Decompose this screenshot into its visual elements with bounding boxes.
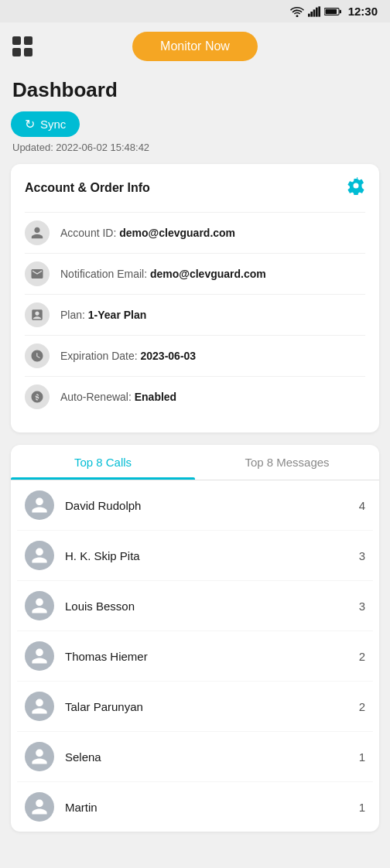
svg-rect-3	[316, 7, 318, 16]
svg-rect-4	[318, 6, 320, 16]
header: Monitor Now	[0, 22, 390, 70]
grid-icon[interactable]	[12, 36, 32, 56]
main-content: Dashboard ↻ Sync Updated: 2022-06-02 15:…	[0, 78, 390, 832]
avatar	[25, 742, 54, 771]
person-icon	[25, 220, 50, 245]
avatar	[25, 792, 54, 822]
avatar	[25, 641, 54, 671]
list-item: Thomas Hiemer 2	[17, 631, 373, 682]
call-name: Louis Besson	[65, 600, 348, 613]
call-name: David Rudolph	[65, 499, 348, 512]
account-id-text: Account ID: demo@clevguard.com	[60, 227, 235, 239]
list-item: H. K. Skip Pita 3	[17, 531, 373, 581]
tab-top8-calls[interactable]: Top 8 Calls	[11, 445, 195, 480]
expiration-date-row: Expiration Date: 2023-06-03	[25, 335, 365, 376]
sync-button[interactable]: ↻ Sync	[11, 111, 80, 137]
notification-email-row: Notification Email: demo@clevguard.com	[25, 253, 365, 294]
wifi-icon	[290, 6, 304, 17]
auto-renewal-text: Auto-Renewal: Enabled	[60, 391, 176, 403]
account-card: Account & Order Info Account ID: demo@cl…	[11, 164, 379, 432]
call-count: 4	[359, 499, 365, 512]
tab-top8-messages[interactable]: Top 8 Messages	[195, 445, 379, 480]
account-id-row: Account ID: demo@clevguard.com	[25, 212, 365, 253]
battery-icon	[324, 7, 341, 16]
tabs-header: Top 8 Calls Top 8 Messages	[11, 445, 379, 480]
svg-rect-1	[310, 12, 313, 17]
call-name: Thomas Hiemer	[65, 650, 348, 663]
svg-rect-2	[313, 9, 315, 16]
call-count: 1	[359, 750, 365, 764]
svg-rect-7	[339, 9, 340, 12]
account-card-header: Account & Order Info	[25, 176, 365, 200]
plan-row: Plan: 1-Year Plan	[25, 294, 365, 335]
sync-label: Sync	[40, 118, 66, 131]
clock-icon	[25, 343, 50, 368]
avatar	[25, 692, 54, 721]
dollar-icon	[25, 384, 50, 409]
list-item: Talar Parunyan 2	[17, 682, 373, 732]
avatar	[25, 591, 54, 620]
call-name: H. K. Skip Pita	[65, 549, 348, 562]
expiration-date-text: Expiration Date: 2023-06-03	[60, 350, 196, 362]
account-card-title: Account & Order Info	[25, 181, 150, 195]
avatar	[25, 541, 54, 570]
signal-icon	[308, 6, 320, 17]
list-item: Louis Besson 3	[17, 581, 373, 631]
call-count: 1	[359, 801, 365, 814]
auto-renewal-row: Auto-Renewal: Enabled	[25, 376, 365, 417]
list-item: Selena 1	[17, 732, 373, 782]
email-icon	[25, 261, 50, 286]
call-name: Selena	[65, 750, 348, 764]
notification-email-text: Notification Email: demo@clevguard.com	[60, 268, 266, 280]
tabs-card: Top 8 Calls Top 8 Messages David Rudolph…	[11, 445, 379, 832]
call-list: David Rudolph 4 H. K. Skip Pita 3 Louis …	[11, 480, 379, 832]
gear-icon[interactable]	[347, 176, 365, 200]
call-count: 3	[359, 549, 365, 562]
plan-icon	[25, 302, 50, 327]
svg-rect-0	[308, 13, 310, 16]
avatar	[25, 490, 54, 520]
status-icons: 12:30	[290, 5, 378, 18]
call-count: 3	[359, 600, 365, 613]
call-name: Martin	[65, 801, 348, 814]
plan-text: Plan: 1-Year Plan	[60, 309, 146, 321]
list-item: David Rudolph 4	[17, 480, 373, 531]
list-item: Martin 1	[17, 782, 373, 832]
updated-timestamp: Updated: 2022-06-02 15:48:42	[12, 142, 379, 153]
status-time: 12:30	[348, 5, 378, 18]
call-count: 2	[359, 700, 365, 713]
call-count: 2	[359, 650, 365, 663]
call-name: Talar Parunyan	[65, 700, 348, 713]
page-title: Dashboard	[12, 78, 379, 102]
monitor-now-button[interactable]: Monitor Now	[132, 32, 258, 61]
status-bar: 12:30	[0, 0, 390, 22]
svg-rect-6	[325, 9, 337, 14]
sync-icon: ↻	[25, 117, 35, 132]
